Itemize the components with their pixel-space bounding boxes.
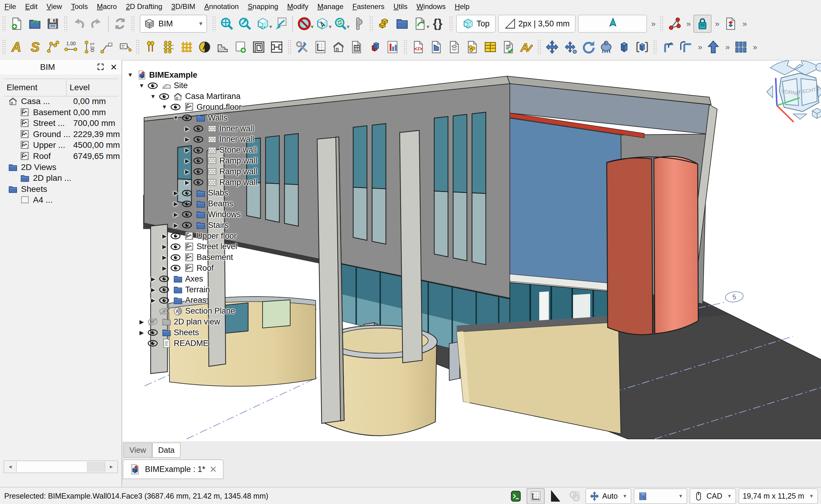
expand-open-icon[interactable]: ▼ [171,115,180,121]
toolbar-handle[interactable] [449,16,453,31]
panel-row-2d-views[interactable]: 2D Views [8,162,56,173]
win-doc-icon[interactable] [348,39,365,55]
3d-viewport[interactable]: 5 [122,60,821,441]
expand-closed-icon[interactable]: ▶ [160,233,169,240]
grid-y-icon[interactable] [178,39,195,55]
tree-item-roof[interactable]: ▶Roof [160,263,214,273]
panel-float-icon[interactable]: ⛶ [95,62,106,73]
tree-item-2d-plan-view[interactable]: ▶2D plan view [137,316,220,327]
tree-item-stairs[interactable]: ▶Stairs [171,220,229,231]
leader-icon[interactable] [98,39,115,55]
menu-file[interactable]: File [0,2,21,11]
chain-icon[interactable] [44,39,61,55]
layer-select[interactable]: ▼ [634,488,687,504]
tree-item-slabs[interactable]: ▶Slabs [171,188,229,198]
offset2-icon[interactable] [678,39,694,55]
offset1-icon[interactable] [660,39,676,55]
menu-utils[interactable]: Utils [389,2,412,11]
zoom-fit-icon[interactable] [219,15,235,32]
a-pencil-icon[interactable]: A [518,39,535,55]
menu-view[interactable]: View [42,2,67,11]
tree-item-inner-wall[interactable]: ▶Inner wall [183,123,254,134]
toolbar-handle[interactable] [660,16,664,31]
view-top-button[interactable]: Top [456,15,496,33]
expand-closed-icon[interactable]: ▶ [148,286,157,293]
corner-glass-blue[interactable] [510,118,623,289]
move-copy-icon[interactable] [562,39,578,55]
tree-item-section-plane[interactable]: ASection Plane [148,306,235,317]
grid-dots-icon[interactable] [160,39,177,55]
visibility-off-icon[interactable] [147,317,158,326]
rotate-icon[interactable] [580,39,596,55]
visibility-on-icon[interactable] [159,285,169,294]
tree-item-ramp-wall[interactable]: ▶Ramp wall [183,177,257,188]
lock-toggle-icon[interactable] [694,15,712,33]
panel-row-a4-[interactable]: A4 ... [20,195,52,205]
scrollbar-track[interactable] [87,462,105,472]
toolbar-handle[interactable] [2,39,6,55]
visibility-on-icon[interactable] [170,264,181,273]
menu-modify[interactable]: Modify [283,2,313,11]
house3d-icon[interactable] [330,39,347,55]
menu-tools[interactable]: Tools [67,2,92,11]
visibility-on-icon[interactable] [170,253,181,262]
textS-icon[interactable]: S [26,39,43,55]
expand-closed-icon[interactable]: ▶ [183,147,192,154]
expand-closed-icon[interactable]: ▶ [160,254,169,261]
dim-lin-icon[interactable]: 1.00 [62,39,79,55]
toolbar-handle[interactable] [212,16,216,31]
panel-row-basement[interactable]: Basement0,00 mm [20,107,71,118]
tree-item-sheets[interactable]: ▶Sheets [137,327,199,338]
panel-row-ground-[interactable]: Ground ...2229,39 mm [20,129,70,140]
toolbar-handle[interactable] [64,16,68,31]
tree-item-site[interactable]: ▼Site [137,80,188,91]
column-element[interactable]: Element [7,83,37,92]
expand-open-icon[interactable]: ▼ [160,104,169,110]
redo-icon[interactable] [88,15,105,32]
visibility-on-icon[interactable] [193,135,204,144]
tab-data[interactable]: Data [152,443,180,458]
tree-item-terrain[interactable]: ▶Terrain [148,284,210,295]
panel-row-street-[interactable]: Street ...700,00 mm [20,118,65,129]
up-arrow-icon[interactable] [705,39,722,55]
toolbar-handle[interactable] [131,16,135,31]
new-file-icon[interactable] [8,15,25,32]
expand-closed-icon[interactable]: ▶ [183,168,192,175]
sheep-icon[interactable] [598,39,614,55]
knot-tool-icon[interactable] [566,489,583,504]
menu-annotation[interactable]: Annotation [200,2,243,11]
visibility-on-icon[interactable] [181,199,192,208]
visibility-on-icon[interactable] [170,242,181,251]
toolbar-overflow-icon[interactable]: » [651,19,655,28]
expand-closed-icon[interactable]: ▶ [160,243,169,250]
toolbar-overflow-icon[interactable]: » [715,19,718,28]
code-doc-icon[interactable]: </> [410,39,427,55]
visibility-on-icon[interactable] [193,124,204,133]
working-plane-icon[interactable] [527,488,545,504]
stairs-icon[interactable] [214,39,231,55]
undo-icon[interactable] [70,15,87,32]
dim-vert-icon[interactable]: 1.00 [80,39,97,55]
scrollbar-thumb[interactable] [17,462,87,472]
expand-closed-icon[interactable]: ▶ [148,297,157,304]
menu-2d-drafting[interactable]: 2D Drafting [121,2,166,11]
scroll-right-arrow-icon[interactable]: ► [105,462,117,472]
panel-row-2d-plan-[interactable]: 2D plan ... [20,173,71,183]
sync-view-icon[interactable]: ▼ [332,15,349,32]
toolbar-handle[interactable] [136,39,140,55]
shape-doc-icon[interactable] [428,39,445,55]
toolbar-handle[interactable] [653,39,657,55]
tree-item-walls[interactable]: ▼Walls [171,112,228,123]
cube-sel-icon[interactable]: ▼ [314,15,331,32]
goto-arrow-icon[interactable] [273,15,289,32]
navigation-style-select[interactable]: CAD▼ [690,488,736,504]
tree-item-ramp-wall[interactable]: ▶Ramp wall [183,166,257,177]
expand-closed-icon[interactable]: ▶ [137,329,146,336]
refresh-icon[interactable] [112,15,128,32]
tree-item-beams[interactable]: ▶Beams [171,198,233,209]
save-file-icon[interactable] [44,15,61,32]
document-tab-close-icon[interactable]: ✕ [210,464,217,475]
sheet-grid-icon[interactable] [312,39,329,55]
toolbar-overflow-icon[interactable]: » [687,19,690,28]
check-doc-icon[interactable] [500,39,517,55]
